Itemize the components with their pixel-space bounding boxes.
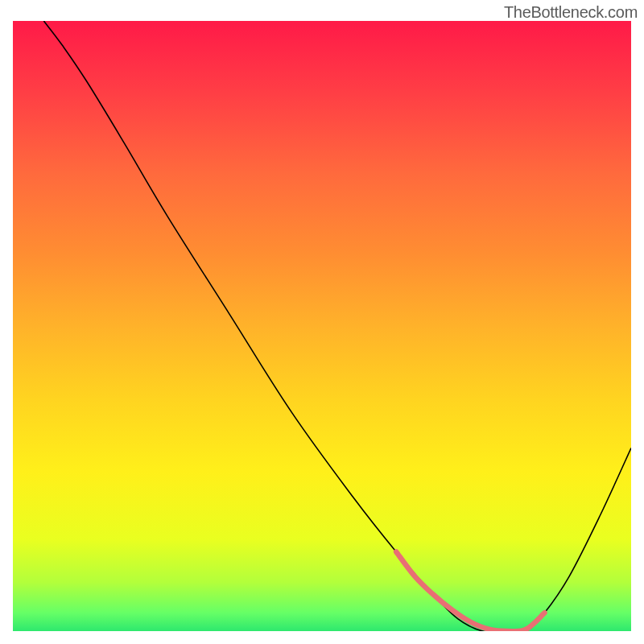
chart-svg — [13, 21, 631, 631]
chart-plot-area — [13, 21, 631, 631]
watermark-text: TheBottleneck.com — [504, 3, 638, 22]
